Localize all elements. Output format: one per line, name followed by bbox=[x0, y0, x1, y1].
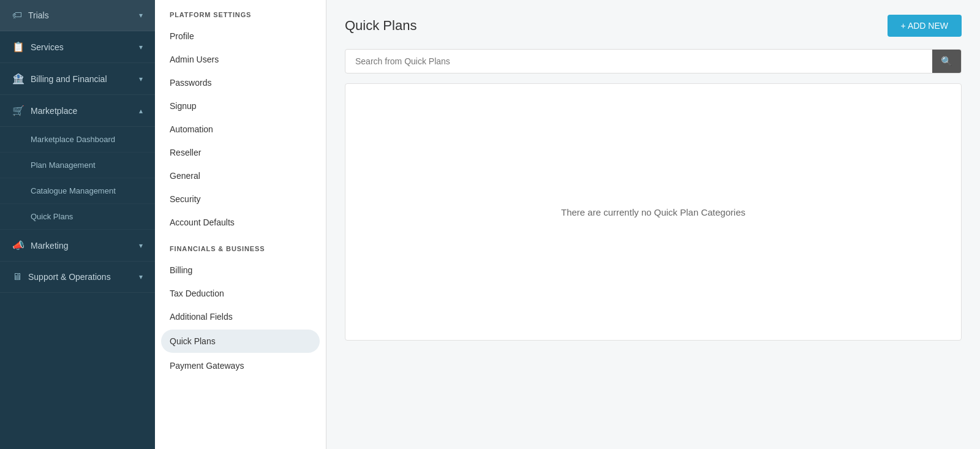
sidebar-item-trials[interactable]: 🏷 Trials ▾ bbox=[0, 0, 155, 31]
trials-icon: 🏷 bbox=[12, 10, 22, 21]
quick-plans-label: Quick Plans bbox=[31, 212, 73, 221]
middle-item-profile[interactable]: Profile bbox=[155, 25, 326, 48]
search-input[interactable] bbox=[345, 50, 932, 72]
search-button[interactable]: 🔍 bbox=[932, 50, 961, 73]
empty-state-container: There are currently no Quick Plan Catego… bbox=[345, 83, 962, 341]
middle-item-general[interactable]: General bbox=[155, 164, 326, 187]
chevron-down-icon: ▾ bbox=[139, 43, 143, 51]
services-icon: 📋 bbox=[12, 41, 24, 53]
search-bar: 🔍 bbox=[345, 49, 962, 74]
middle-item-passwords[interactable]: Passwords bbox=[155, 71, 326, 94]
middle-panel: PLATFORM SETTINGS Profile Admin Users Pa… bbox=[155, 0, 326, 449]
main-content: Quick Plans + ADD NEW 🔍 There are curren… bbox=[326, 0, 980, 449]
marketing-icon: 📣 bbox=[12, 240, 24, 251]
plan-management-label: Plan Management bbox=[31, 160, 96, 170]
sidebar-subitem-catalogue-management[interactable]: Catalogue Management bbox=[0, 178, 155, 204]
chevron-up-icon: ▴ bbox=[139, 107, 143, 115]
middle-item-billing[interactable]: Billing bbox=[155, 258, 326, 282]
add-new-button[interactable]: + ADD NEW bbox=[888, 15, 962, 37]
sidebar-item-support-label: Support & Operations bbox=[28, 272, 111, 282]
middle-item-admin-users[interactable]: Admin Users bbox=[155, 48, 326, 71]
chevron-down-icon: ▾ bbox=[139, 11, 143, 20]
sidebar-item-trials-label: Trials bbox=[28, 10, 49, 20]
page-title: Quick Plans bbox=[345, 18, 417, 34]
middle-item-account-defaults[interactable]: Account Defaults bbox=[155, 211, 326, 234]
middle-item-additional-fields[interactable]: Additional Fields bbox=[155, 305, 326, 328]
middle-item-security[interactable]: Security bbox=[155, 187, 326, 211]
sidebar-item-support[interactable]: 🖥 Support & Operations ▾ bbox=[0, 262, 155, 293]
sidebar-item-services[interactable]: 📋 Services ▾ bbox=[0, 31, 155, 63]
sidebar-subitem-plan-management[interactable]: Plan Management bbox=[0, 153, 155, 178]
sidebar-item-services-label: Services bbox=[31, 42, 64, 52]
sidebar-item-marketplace-label: Marketplace bbox=[31, 106, 77, 116]
platform-settings-header: PLATFORM SETTINGS bbox=[155, 0, 326, 25]
sidebar-item-billing-label: Billing and Financial bbox=[31, 74, 107, 84]
chevron-down-icon: ▾ bbox=[139, 241, 143, 250]
billing-icon: 🏦 bbox=[12, 73, 24, 85]
middle-item-quick-plans[interactable]: Quick Plans bbox=[161, 330, 320, 353]
empty-state-message: There are currently no Quick Plan Catego… bbox=[561, 207, 745, 217]
sidebar-item-billing[interactable]: 🏦 Billing and Financial ▾ bbox=[0, 63, 155, 95]
search-icon: 🔍 bbox=[941, 56, 952, 66]
sidebar-item-marketing-label: Marketing bbox=[31, 241, 68, 251]
sidebar: 🏷 Trials ▾ 📋 Services ▾ 🏦 Billing and Fi… bbox=[0, 0, 155, 449]
chevron-down-icon: ▾ bbox=[139, 75, 143, 83]
main-header: Quick Plans + ADD NEW bbox=[345, 15, 962, 37]
catalogue-management-label: Catalogue Management bbox=[31, 186, 116, 195]
middle-item-tax-deduction[interactable]: Tax Deduction bbox=[155, 282, 326, 305]
middle-item-reseller[interactable]: Reseller bbox=[155, 141, 326, 164]
chevron-down-icon: ▾ bbox=[139, 273, 143, 281]
support-icon: 🖥 bbox=[12, 271, 22, 282]
middle-item-payment-gateways[interactable]: Payment Gateways bbox=[155, 354, 326, 377]
sidebar-subitem-marketplace-dashboard[interactable]: Marketplace Dashboard bbox=[0, 127, 155, 153]
middle-item-signup[interactable]: Signup bbox=[155, 94, 326, 118]
middle-item-automation[interactable]: Automation bbox=[155, 118, 326, 141]
sidebar-item-marketing[interactable]: 📣 Marketing ▾ bbox=[0, 230, 155, 262]
marketplace-icon: 🛒 bbox=[12, 105, 24, 116]
marketplace-dashboard-label: Marketplace Dashboard bbox=[31, 135, 115, 144]
sidebar-item-marketplace[interactable]: 🛒 Marketplace ▴ bbox=[0, 95, 155, 127]
sidebar-subitem-quick-plans[interactable]: Quick Plans bbox=[0, 204, 155, 230]
financials-business-header: FINANCIALS & BUSINESS bbox=[155, 234, 326, 258]
